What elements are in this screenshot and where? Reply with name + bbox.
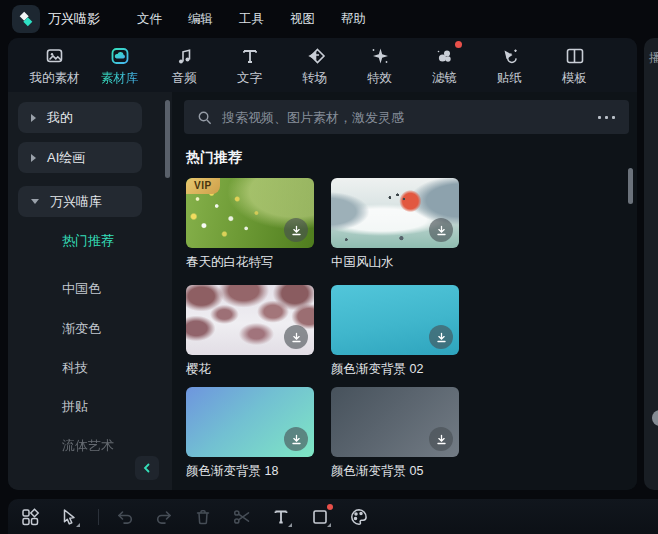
stock-item[interactable]: 颜色渐变背景 02	[331, 285, 459, 378]
sidebar-item-china-color[interactable]: 中国色	[62, 280, 101, 298]
split-button[interactable]	[230, 505, 254, 529]
download-icon	[290, 224, 303, 237]
download-button[interactable]	[429, 218, 453, 242]
stock-item-title: 颜色渐变背景 05	[331, 463, 459, 480]
sidebar-item-fluid-art[interactable]: 流体艺术	[62, 437, 114, 455]
scissors-icon	[231, 506, 253, 528]
notification-dot	[327, 504, 333, 510]
menu-file[interactable]: 文件	[137, 11, 162, 28]
chevron-down-icon	[31, 199, 39, 204]
tab-my-media[interactable]: 我的素材	[22, 38, 87, 92]
undo-button[interactable]	[113, 505, 137, 529]
tab-text[interactable]: 文字	[217, 38, 282, 92]
group-label: AI绘画	[47, 149, 85, 167]
tab-label: 转场	[302, 70, 327, 87]
tab-filters[interactable]: 滤镜	[412, 38, 477, 92]
delete-button[interactable]	[191, 505, 215, 529]
tab-stickers[interactable]: 贴纸	[477, 38, 542, 92]
sidebar-item-collage[interactable]: 拼贴	[62, 398, 88, 416]
search-input[interactable]	[222, 110, 596, 125]
stock-thumbnail[interactable]	[331, 178, 459, 248]
library-icon	[109, 45, 131, 67]
download-button[interactable]	[429, 427, 453, 451]
player-control-partial	[652, 410, 658, 426]
content-scrollbar[interactable]	[628, 168, 633, 204]
more-options-icon[interactable]	[596, 112, 617, 123]
download-icon	[290, 331, 303, 344]
app-logo	[12, 5, 40, 33]
stock-item-title: 颜色渐变背景 02	[331, 361, 459, 378]
stock-item[interactable]: VIP 春天的白花特写	[186, 178, 314, 271]
dropdown-corner-icon	[288, 523, 292, 527]
sidebar-group-stock[interactable]: 万兴喵库	[18, 186, 142, 217]
menu-bar: 万兴喵影 文件 编辑 工具 视图 帮助	[0, 0, 658, 38]
timeline-toolbar	[8, 499, 658, 534]
sidebar-scrollbar[interactable]	[165, 100, 170, 178]
tab-label: 素材库	[101, 70, 139, 87]
menu-tools[interactable]: 工具	[239, 11, 264, 28]
layout-grid-icon	[19, 506, 41, 528]
text-icon	[239, 45, 261, 67]
stock-item[interactable]: 颜色渐变背景 05	[331, 387, 459, 480]
stock-item[interactable]: 樱花	[186, 285, 314, 378]
stock-thumbnail[interactable]	[186, 285, 314, 355]
text-tool-button[interactable]	[269, 505, 293, 529]
download-button[interactable]	[284, 427, 308, 451]
layout-grid-button[interactable]	[18, 505, 42, 529]
transition-arrow-icon	[304, 45, 326, 67]
menu-help[interactable]: 帮助	[341, 11, 366, 28]
chevron-right-icon	[31, 114, 36, 122]
group-label: 万兴喵库	[50, 193, 102, 211]
stock-thumbnail[interactable]	[186, 387, 314, 457]
tab-transitions[interactable]: 转场	[282, 38, 347, 92]
download-button[interactable]	[284, 218, 308, 242]
tab-label: 我的素材	[30, 70, 80, 87]
sidebar-item-gradient[interactable]: 渐变色	[62, 320, 101, 338]
stock-item[interactable]: 中国风山水	[331, 178, 459, 271]
vip-badge: VIP	[186, 178, 220, 194]
crop-tool-button[interactable]	[308, 505, 332, 529]
filmora-logo-icon	[17, 10, 35, 28]
download-icon	[435, 433, 448, 446]
palette-icon	[348, 506, 370, 528]
dropdown-corner-icon	[76, 523, 80, 527]
tab-label: 文字	[237, 70, 262, 87]
color-tool-button[interactable]	[347, 505, 371, 529]
tab-label: 贴纸	[497, 70, 522, 87]
stock-thumbnail[interactable]: VIP	[186, 178, 314, 248]
category-sidebar: 我的 AI绘画 万兴喵库 热门推荐 中国色 渐变色 科技 拼贴 流体艺术	[8, 92, 172, 490]
sidebar-item-hot[interactable]: 热门推荐	[62, 232, 114, 250]
player-panel-title: 播放器	[649, 50, 658, 67]
stock-thumbnail[interactable]	[331, 285, 459, 355]
download-button[interactable]	[284, 325, 308, 349]
tab-label: 特效	[367, 70, 392, 87]
menu-view[interactable]: 视图	[290, 11, 315, 28]
tab-label: 滤镜	[432, 70, 457, 87]
tab-stock-library[interactable]: 素材库	[87, 38, 152, 92]
tab-effects[interactable]: 特效	[347, 38, 412, 92]
redo-button[interactable]	[152, 505, 176, 529]
sidebar-item-tech[interactable]: 科技	[62, 359, 88, 377]
download-button[interactable]	[429, 325, 453, 349]
tab-audio[interactable]: 音频	[152, 38, 217, 92]
sidebar-group-mine[interactable]: 我的	[18, 102, 142, 133]
stock-item[interactable]: 颜色渐变背景 18	[186, 387, 314, 480]
select-tool-button[interactable]	[57, 505, 81, 529]
media-library-panel: 我的素材 素材库 音频	[8, 38, 637, 490]
sidebar-group-ai-painting[interactable]: AI绘画	[18, 142, 142, 173]
undo-icon	[114, 506, 136, 528]
stock-thumbnail[interactable]	[331, 387, 459, 457]
sticker-icon	[499, 45, 521, 67]
stock-browse-area: 热门推荐 VIP 春天的白花特写	[172, 92, 637, 490]
toolbar-divider	[98, 509, 99, 525]
tab-label: 模板	[562, 70, 587, 87]
menu-edit[interactable]: 编辑	[188, 11, 213, 28]
filter-bubbles-icon	[434, 45, 456, 67]
tab-templates[interactable]: 模板	[542, 38, 607, 92]
download-icon	[290, 433, 303, 446]
section-title: 热门推荐	[186, 149, 242, 167]
redo-icon	[153, 506, 175, 528]
sidebar-collapse-button[interactable]	[135, 456, 159, 480]
chevron-left-icon	[142, 463, 152, 473]
search-bar[interactable]	[184, 100, 629, 134]
